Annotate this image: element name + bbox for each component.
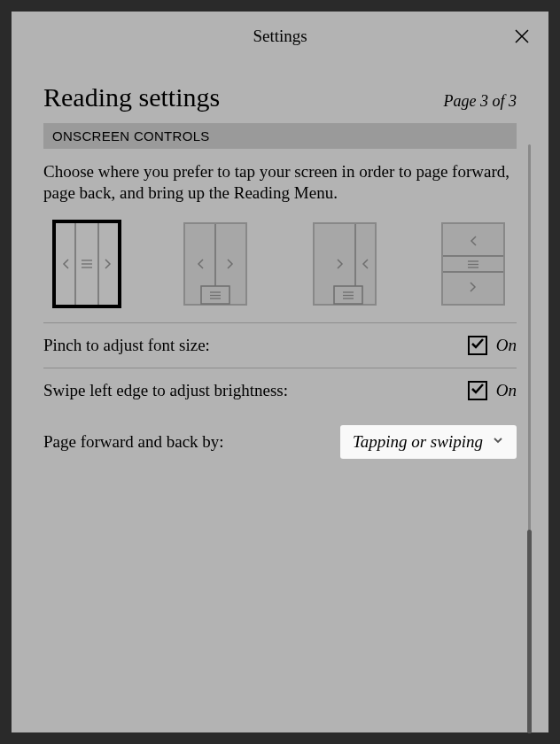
- close-icon: [513, 33, 531, 48]
- setting-pagefwd-row: Page forward and back by: Tapping or swi…: [43, 413, 517, 471]
- section-header: ONSCREEN CONTROLS: [43, 123, 517, 149]
- page-indicator: Page 3 of 3: [444, 92, 517, 111]
- setting-swipe-control: On: [468, 381, 517, 400]
- modal-header: Settings: [12, 12, 548, 61]
- setting-pinch-control: On: [468, 336, 517, 355]
- title-row: Reading settings Page 3 of 3: [43, 61, 517, 123]
- check-icon: [471, 382, 485, 399]
- layout-option-2[interactable]: [181, 220, 250, 308]
- layout-option-4[interactable]: [439, 220, 508, 308]
- setting-pinch-row: Pinch to adjust font size: On: [43, 322, 517, 368]
- pinch-state: On: [496, 336, 517, 355]
- layout-option-1[interactable]: [52, 220, 121, 308]
- close-button[interactable]: [513, 27, 531, 49]
- modal-content: Reading settings Page 3 of 3 ONSCREEN CO…: [12, 61, 548, 471]
- swipe-checkbox[interactable]: [468, 381, 487, 400]
- page-title: Reading settings: [43, 82, 220, 112]
- settings-modal: Settings Reading settings Page 3 of 3 ON…: [12, 12, 548, 732]
- swipe-state: On: [496, 381, 517, 400]
- setting-pinch-label: Pinch to adjust font size:: [43, 336, 468, 355]
- pinch-checkbox[interactable]: [468, 336, 487, 355]
- scrollbar-thumb[interactable]: [527, 530, 532, 733]
- layout-option-3[interactable]: [310, 220, 379, 308]
- setting-swipe-label: Swipe left edge to adjust brightness:: [43, 381, 468, 400]
- section-description: Choose where you prefer to tap your scre…: [43, 149, 517, 220]
- setting-pagefwd-label: Page forward and back by:: [43, 432, 340, 452]
- chevron-down-icon: [492, 434, 504, 450]
- check-icon: [471, 337, 485, 354]
- setting-swipe-row: Swipe left edge to adjust brightness: On: [43, 368, 517, 413]
- modal-title: Settings: [253, 27, 307, 46]
- pagefwd-selected: Tapping or swiping: [353, 432, 483, 452]
- pagefwd-dropdown[interactable]: Tapping or swiping: [340, 425, 517, 459]
- scrollbar-track[interactable]: [528, 144, 531, 733]
- layout-options: [43, 220, 517, 322]
